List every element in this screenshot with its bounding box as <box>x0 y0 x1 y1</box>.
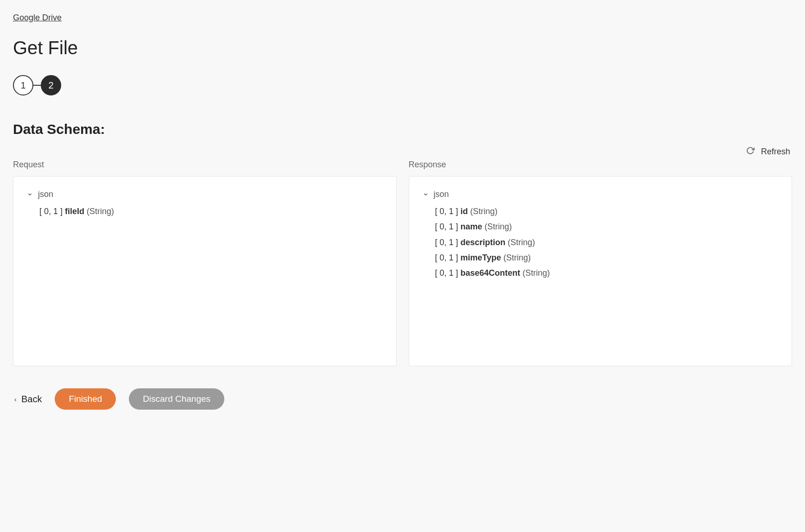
field-name: id <box>461 207 468 216</box>
response-root-node[interactable]: json <box>423 190 778 199</box>
step-connector <box>33 85 41 86</box>
field-type: (String) <box>501 253 531 262</box>
field-cardinality: [ 0, 1 ] <box>435 253 461 262</box>
chevron-left-icon <box>13 394 18 405</box>
discard-changes-button[interactable]: Discard Changes <box>129 388 224 410</box>
refresh-label: Refresh <box>761 147 790 157</box>
field-cardinality: [ 0, 1 ] <box>435 268 461 278</box>
refresh-button[interactable]: Refresh <box>746 146 790 157</box>
response-column: Response json [ 0, 1 ] id (String)[ 0, 1… <box>409 160 792 366</box>
response-column-label: Response <box>409 160 792 170</box>
schema-field[interactable]: [ 0, 1 ] fileId (String) <box>39 204 382 219</box>
step-1[interactable]: 1 <box>13 75 33 95</box>
response-schema-box: json [ 0, 1 ] id (String)[ 0, 1 ] name (… <box>409 176 792 366</box>
field-name: base64Content <box>461 268 520 278</box>
field-name: mimeType <box>461 253 501 262</box>
field-cardinality: [ 0, 1 ] <box>39 207 65 216</box>
response-root-label: json <box>434 190 449 199</box>
breadcrumb-parent-link[interactable]: Google Drive <box>13 13 62 22</box>
finished-button[interactable]: Finished <box>55 388 116 410</box>
request-root-label: json <box>38 190 53 199</box>
back-button[interactable]: Back <box>13 394 42 405</box>
request-column-label: Request <box>13 160 397 170</box>
page-title: Get File <box>13 38 792 58</box>
chevron-down-icon <box>27 190 32 199</box>
chevron-down-icon <box>423 190 428 199</box>
section-heading: Data Schema: <box>13 121 792 137</box>
field-type: (String) <box>482 222 512 231</box>
schema-field[interactable]: [ 0, 1 ] mimeType (String) <box>435 250 778 266</box>
field-name: name <box>461 222 482 231</box>
field-type: (String) <box>506 238 535 247</box>
request-column: Request json [ 0, 1 ] fileId (String) <box>13 160 397 366</box>
back-label: Back <box>21 394 42 405</box>
field-name: description <box>461 238 506 247</box>
schema-field[interactable]: [ 0, 1 ] name (String) <box>435 219 778 234</box>
field-type: (String) <box>84 207 114 216</box>
request-schema-box: json [ 0, 1 ] fileId (String) <box>13 176 397 366</box>
stepper: 1 2 <box>13 75 792 95</box>
field-name: fileId <box>65 207 84 216</box>
schema-field[interactable]: [ 0, 1 ] description (String) <box>435 235 778 250</box>
field-cardinality: [ 0, 1 ] <box>435 207 461 216</box>
field-type: (String) <box>468 207 498 216</box>
step-2[interactable]: 2 <box>41 75 61 95</box>
refresh-icon <box>746 146 754 157</box>
field-cardinality: [ 0, 1 ] <box>435 238 461 247</box>
field-type: (String) <box>520 268 550 278</box>
request-root-node[interactable]: json <box>27 190 382 199</box>
schema-field[interactable]: [ 0, 1 ] base64Content (String) <box>435 266 778 281</box>
footer-actions: Back Finished Discard Changes <box>13 388 792 410</box>
schema-field[interactable]: [ 0, 1 ] id (String) <box>435 204 778 219</box>
field-cardinality: [ 0, 1 ] <box>435 222 461 231</box>
